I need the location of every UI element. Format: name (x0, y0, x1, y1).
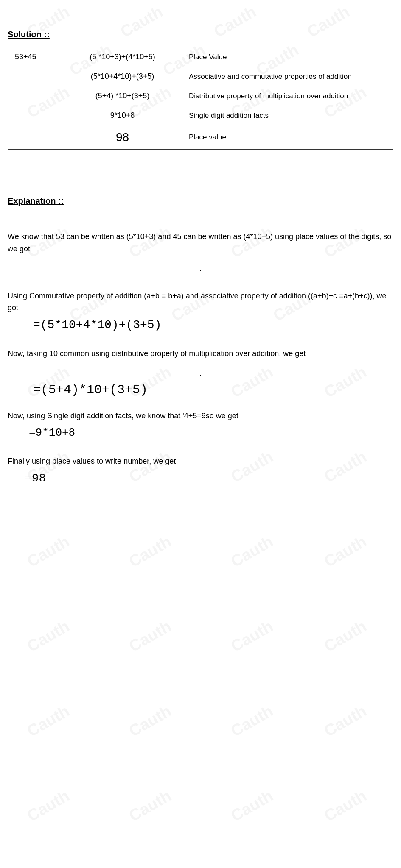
table-cell-col3-row2: Associative and commutative properties o… (182, 67, 393, 86)
solution-label: Solution :: (8, 30, 393, 39)
table-cell-col2-row2: (5*10+4*10)+(3+5) (63, 67, 182, 86)
table-row: 53+45 (5 *10+3)+(4*10+5) Place Value (8, 47, 393, 67)
table-cell-col3-row1: Place Value (182, 47, 393, 67)
formula-2: =(5+4)*10+(3+5) (33, 383, 393, 397)
para-block-1: We know that 53 can be written as (5*10+… (8, 231, 393, 255)
para-text-3: Now, taking 10 common using distributive… (8, 348, 393, 360)
solution-section: Solution :: 53+45 (5 *10+3)+(4*10+5) Pla… (8, 30, 393, 150)
para-text-5: Finally using place values to write numb… (8, 455, 393, 467)
para-block-3: Now, taking 10 common using distributive… (8, 348, 393, 360)
table-cell-col2-row1: (5 *10+3)+(4*10+5) (63, 47, 182, 67)
table-cell-col1-row1: 53+45 (8, 47, 63, 67)
table-cell-col1-row2 (8, 67, 63, 86)
formula-4: =98 (25, 472, 393, 485)
table-cell-col3-row3: Distributive property of multiplication … (182, 86, 393, 106)
table-row: 98 Place value (8, 125, 393, 150)
table-cell-col2-row4: 9*10+8 (63, 106, 182, 125)
formula-1: =(5*10+4*10)+(3+5) (33, 318, 393, 331)
table-cell-col1-row3 (8, 86, 63, 106)
table-cell-col2-row3: (5+4) *10+(3+5) (63, 86, 182, 106)
para-block-4: Now, using Single digit addition facts, … (8, 410, 393, 439)
table-row: (5*10+4*10)+(3+5) Associative and commut… (8, 67, 393, 86)
table-cell-col3-row5: Place value (182, 125, 393, 150)
formula-3: =9*10+8 (29, 426, 393, 439)
dot-separator-2: . (8, 367, 393, 378)
para-block-2: Using Commutative property of addition (… (8, 290, 393, 332)
para-text-1: We know that 53 can be written as (5*10+… (8, 231, 393, 255)
table-row: 9*10+8 Single digit addition facts (8, 106, 393, 125)
para-text-4: Now, using Single digit addition facts, … (8, 410, 393, 422)
table-cell-col1-row4 (8, 106, 63, 125)
explanation-label: Explanation :: (8, 196, 393, 206)
table-row: (5+4) *10+(3+5) Distributive property of… (8, 86, 393, 106)
table-cell-col1-row5 (8, 125, 63, 150)
para-text-2: Using Commutative property of addition (… (8, 290, 393, 314)
solution-table: 53+45 (5 *10+3)+(4*10+5) Place Value (5*… (8, 47, 393, 150)
dot-separator-1: . (8, 263, 393, 274)
table-cell-col2-row5: 98 (63, 125, 182, 150)
table-cell-col3-row4: Single digit addition facts (182, 106, 393, 125)
para-block-5: Finally using place values to write numb… (8, 455, 393, 485)
explanation-section: Explanation :: We know that 53 can be wr… (8, 196, 393, 485)
